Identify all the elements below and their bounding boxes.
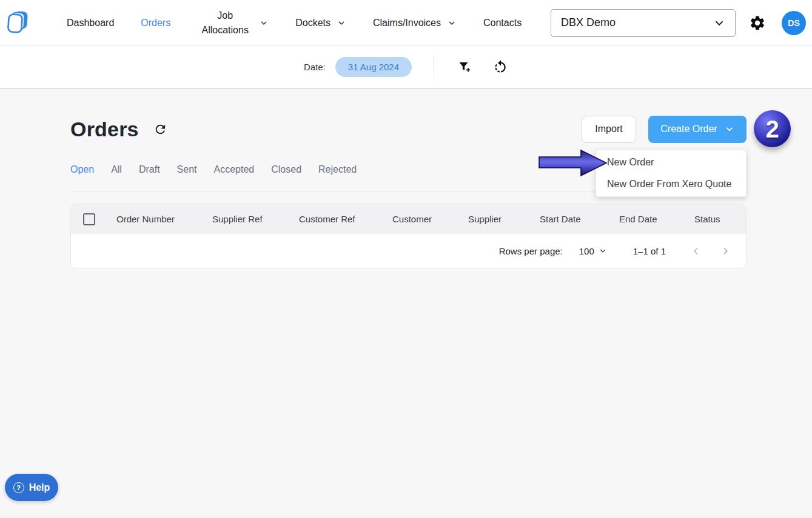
chevron-down-icon [599, 247, 607, 255]
tutorial-step-badge: 2 [754, 110, 791, 147]
nav-label: Contacts [483, 18, 522, 28]
rows-per-page-value: 100 [579, 246, 594, 256]
title-actions: Import Create Order [582, 116, 747, 143]
date-filter-chip[interactable]: 31 Aug 2024 [335, 57, 412, 77]
help-label: Help [29, 482, 50, 493]
nav-label: Job Allocations [197, 8, 253, 36]
nav-label: Orders [141, 18, 170, 28]
help-button[interactable]: ? Help [5, 474, 58, 501]
user-avatar[interactable]: DS [782, 11, 806, 35]
settings-gear-icon[interactable] [749, 15, 766, 32]
rows-per-page-select[interactable]: 100 [579, 246, 607, 256]
pagination-range: 1–1 of 1 [633, 246, 666, 256]
nav-label: Claims/Invoices [373, 18, 441, 28]
create-order-label: Create Order [660, 124, 717, 134]
nav-label: Dockets [295, 18, 331, 28]
tutorial-arrow-icon [539, 149, 608, 179]
tab-open[interactable]: Open [70, 164, 94, 175]
table-pagination: Rows per page: 100 1–1 of 1 [71, 234, 746, 268]
date-label: Date: [304, 62, 326, 72]
nav-right-group: DBX Demo DS [551, 9, 806, 37]
nav-item-dockets[interactable]: Dockets [295, 18, 346, 28]
page-title: Orders [70, 118, 139, 141]
reset-filters-icon[interactable] [492, 59, 508, 75]
table-header-row: Order Number Supplier Ref Customer Ref C… [71, 204, 746, 234]
question-circle-icon: ? [13, 482, 24, 493]
nav-item-dashboard[interactable]: Dashboard [67, 18, 114, 28]
select-all-cell [71, 213, 107, 225]
nav-item-job-allocations[interactable]: Job Allocations [197, 8, 269, 36]
organisation-select[interactable]: DBX Demo [551, 9, 736, 37]
create-order-menu: New Order New Order From Xero Quote [596, 150, 747, 197]
rows-per-page-label: Rows per page: [499, 246, 563, 256]
chevron-down-icon [713, 17, 725, 29]
title-row: Orders Import Create Order [70, 115, 747, 143]
organisation-select-value: DBX Demo [561, 16, 713, 29]
chevron-down-icon [337, 18, 346, 28]
chevron-down-icon [259, 18, 269, 28]
tab-sent[interactable]: Sent [177, 164, 197, 175]
column-header-start-date: Start Date [531, 214, 610, 224]
chevron-down-icon [447, 18, 457, 28]
main-nav: Dashboard Orders Job Allocations Dockets… [67, 8, 522, 36]
tab-rejected[interactable]: Rejected [318, 164, 357, 175]
column-header-customer-ref: Customer Ref [290, 214, 383, 224]
column-header-supplier: Supplier [459, 214, 531, 224]
column-header-end-date: End Date [610, 214, 685, 224]
date-filter-bar: Date: 31 Aug 2024 [0, 46, 812, 89]
orders-table: Order Number Supplier Ref Customer Ref C… [70, 204, 747, 268]
import-button[interactable]: Import [582, 116, 636, 143]
nav-item-orders[interactable]: Orders [141, 18, 170, 28]
column-header-customer: Customer [383, 214, 459, 224]
app-logo-icon[interactable] [5, 8, 32, 38]
tab-accepted[interactable]: Accepted [214, 164, 255, 175]
chevron-down-icon [725, 124, 734, 134]
nav-label: Dashboard [67, 18, 114, 28]
menu-item-new-order[interactable]: New Order [596, 151, 746, 173]
tab-closed[interactable]: Closed [271, 164, 301, 175]
avatar-initials: DS [788, 18, 799, 28]
next-page-icon[interactable] [720, 245, 731, 257]
column-header-order-number: Order Number [107, 214, 203, 224]
menu-item-new-order-from-xero-quote[interactable]: New Order From Xero Quote [596, 173, 746, 195]
nav-item-contacts[interactable]: Contacts [483, 18, 522, 28]
top-nav: Dashboard Orders Job Allocations Dockets… [0, 0, 812, 46]
refresh-icon[interactable] [153, 122, 167, 136]
add-filter-icon[interactable] [457, 60, 472, 75]
tab-all[interactable]: All [111, 164, 122, 175]
tab-draft[interactable]: Draft [139, 164, 160, 175]
step-number: 2 [765, 117, 779, 141]
column-header-status: Status [685, 214, 746, 224]
create-order-button[interactable]: Create Order [648, 116, 747, 143]
select-all-checkbox[interactable] [83, 213, 95, 225]
nav-item-claims-invoices[interactable]: Claims/Invoices [373, 18, 457, 28]
column-header-supplier-ref: Supplier Ref [203, 214, 290, 224]
divider [434, 56, 434, 78]
previous-page-icon[interactable] [690, 245, 702, 257]
